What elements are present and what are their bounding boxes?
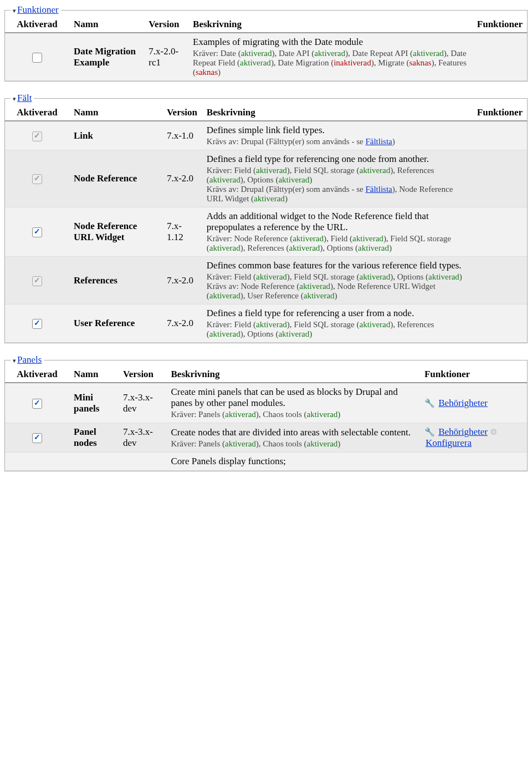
module-description: Create nodes that are divided into areas… (171, 427, 416, 438)
module-version: 7.x-3.x-dev (119, 383, 167, 423)
module-dependencies: Kräver: Field (aktiverad), Field SQL sto… (207, 320, 468, 339)
module-operations (473, 121, 527, 150)
module-operations: 🔧 Behörigheter (420, 383, 527, 423)
module-version: 7.x-1.0 (162, 121, 202, 150)
module-description: Create mini panels that can be used as b… (171, 387, 416, 409)
module-operations (473, 150, 527, 207)
header-name: Namn (69, 104, 162, 121)
module-name: User Reference (69, 304, 162, 343)
header-version: Version (162, 104, 202, 121)
module-operations (473, 257, 527, 304)
fieldset-legend: ▾Fält (11, 93, 34, 104)
module-operations (473, 33, 527, 81)
module-version: 7.x-2.0 (162, 257, 202, 304)
module-dependencies: Krävs av: Drupal (Fälttyp(er) som använd… (207, 137, 468, 146)
table-row: ✓ User Reference 7.x-2.0 Defines a field… (5, 304, 527, 343)
enable-checkbox[interactable]: ✓ (32, 399, 42, 409)
table-row: ✓ Panel nodes 7.x-3.x-dev Create nodes t… (5, 423, 527, 453)
permissions-link[interactable]: Behörigheter (438, 398, 488, 408)
table-row: ✓ Mini panels 7.x-3.x-dev Create mini pa… (5, 383, 527, 423)
fieldset-legend: ▾Panels (11, 354, 44, 365)
fieldset-funktioner: ▾Funktioner Aktiverad Namn Version Beskr… (4, 4, 528, 82)
enable-checkbox-locked: ✓ (32, 131, 42, 141)
module-dependencies: Kräver: Panels (aktiverad), Chaos tools … (171, 410, 416, 419)
module-dependencies: Kräver: Panels (aktiverad), Chaos tools … (171, 439, 416, 449)
module-dependencies: Kräver: Field (aktiverad), Field SQL sto… (207, 272, 468, 301)
module-dependencies: Kräver: Node Reference (aktiverad), Fiel… (207, 234, 468, 253)
module-name: Panel nodes (69, 423, 119, 453)
fieldset-legend: ▾Funktioner (11, 4, 61, 16)
configure-icon: ⚙ (490, 428, 497, 436)
modules-table: Aktiverad Namn Version Beskrivning Funkt… (5, 104, 527, 343)
enable-checkbox[interactable] (32, 53, 42, 63)
header-operations: Funktioner (473, 16, 527, 33)
module-description: Defines simple link field types. (207, 125, 468, 136)
module-name: Link (69, 121, 162, 150)
module-operations: 🔧 Behörigheter ⚙ Konfigurera (420, 423, 527, 453)
header-operations: Funktioner (420, 365, 527, 383)
header-description: Beskrivning (202, 104, 473, 121)
header-enabled: Aktiverad (5, 104, 69, 121)
header-enabled: Aktiverad (5, 16, 69, 33)
fieldset-panels: ▾Panels Aktiverad Namn Version Beskrivni… (4, 354, 528, 471)
module-name: Mini panels (69, 383, 119, 423)
collapse-icon[interactable]: ▾ (13, 357, 16, 364)
module-name: Date Migration Example (69, 33, 144, 81)
module-description: Examples of migrating with the Date modu… (193, 37, 468, 48)
collapse-icon[interactable]: ▾ (13, 95, 16, 102)
permissions-icon: 🔧 (424, 399, 435, 408)
table-row: ✓ Link 7.x-1.0 Defines simple link field… (5, 121, 527, 150)
module-operations (473, 207, 527, 257)
header-operations: Funktioner (473, 104, 527, 121)
module-version: 7.x-2.0-rc1 (144, 33, 188, 81)
header-name: Namn (69, 365, 119, 383)
enable-checkbox-locked: ✓ (32, 276, 42, 286)
module-description: Defines common base features for the var… (207, 260, 468, 271)
header-version: Version (119, 365, 167, 383)
module-dependencies: Kräver: Date (aktiverad), Date API (akti… (193, 49, 468, 77)
header-name: Namn (69, 16, 144, 33)
module-description: Adds an additional widget to the Node Re… (207, 211, 468, 233)
table-row: ✓ Node Reference URL Widget 7.x-1.12 Add… (5, 207, 527, 257)
table-row: Core Panels display functions; (5, 453, 527, 471)
collapse-icon[interactable]: ▾ (13, 7, 16, 14)
module-operations (473, 304, 527, 343)
module-version: 7.x-2.0 (162, 304, 202, 343)
fieldset-toggle[interactable]: Fält (17, 93, 32, 103)
header-description: Beskrivning (167, 365, 420, 383)
permissions-link[interactable]: Behörigheter (438, 426, 488, 437)
module-description: Defines a field type for referencing a u… (207, 308, 468, 319)
header-description: Beskrivning (188, 16, 473, 33)
header-version: Version (144, 16, 188, 33)
enable-checkbox[interactable]: ✓ (32, 433, 42, 443)
fieldset-falt: ▾Fält Aktiverad Namn Version Beskrivning… (4, 93, 528, 343)
enable-checkbox[interactable]: ✓ (32, 319, 42, 329)
module-description: Defines a field type for referencing one… (207, 154, 468, 165)
enable-checkbox-locked: ✓ (32, 174, 42, 184)
module-description: Core Panels display functions; (171, 456, 523, 467)
fieldset-toggle[interactable]: Panels (17, 354, 42, 365)
fieldlist-link[interactable]: Fältlista (365, 185, 392, 194)
permissions-icon: 🔧 (424, 428, 435, 436)
table-row: Date Migration Example 7.x-2.0-rc1 Examp… (5, 33, 527, 81)
enable-checkbox[interactable]: ✓ (32, 227, 42, 237)
header-enabled: Aktiverad (5, 365, 69, 383)
modules-table: Aktiverad Namn Version Beskrivning Funkt… (5, 16, 527, 81)
fieldset-toggle[interactable]: Funktioner (17, 4, 59, 15)
fieldlist-link[interactable]: Fältlista (365, 137, 392, 146)
module-dependencies: Kräver: Field (aktiverad), Field SQL sto… (207, 166, 468, 204)
module-name: Node Reference (69, 150, 162, 207)
module-version: 7.x-1.12 (162, 207, 202, 257)
module-version: 7.x-2.0 (162, 150, 202, 207)
module-name: References (69, 257, 162, 304)
table-row: ✓ References 7.x-2.0 Defines common base… (5, 257, 527, 304)
module-name: Node Reference URL Widget (69, 207, 162, 257)
module-version: 7.x-3.x-dev (119, 423, 167, 453)
table-row: ✓ Node Reference 7.x-2.0 Defines a field… (5, 150, 527, 207)
configure-link[interactable]: Konfigurera (426, 438, 472, 448)
modules-table: Aktiverad Namn Version Beskrivning Funkt… (5, 365, 527, 471)
